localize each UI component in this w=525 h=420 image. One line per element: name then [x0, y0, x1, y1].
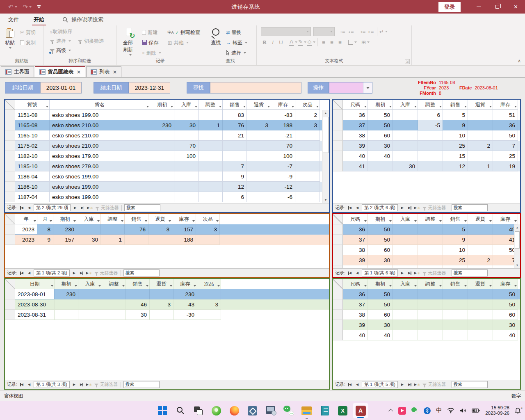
datasheet-search-input[interactable]: 搜索	[123, 269, 160, 276]
cell[interactable]	[468, 245, 493, 255]
cell[interactable]	[150, 110, 174, 120]
select-all-cell[interactable]	[333, 100, 343, 110]
row-selector[interactable]	[333, 289, 343, 299]
cell[interactable]	[55, 310, 78, 320]
find-input[interactable]	[210, 82, 301, 94]
cell[interactable]	[418, 330, 443, 340]
cell[interactable]: esko shoes 199.00	[50, 110, 150, 120]
cell[interactable]: esko shoes 210.00	[50, 130, 150, 141]
cell[interactable]	[199, 130, 223, 141]
column-header-3[interactable]: 入庫	[393, 100, 418, 110]
nav-first-button[interactable]: ◀	[19, 205, 25, 211]
row-selector[interactable]	[5, 130, 15, 141]
cell[interactable]: 36	[343, 289, 368, 299]
scroll-up-icon[interactable]: ▲	[324, 110, 327, 116]
collapse-ribbon-button[interactable]: ∧	[518, 58, 521, 64]
highlight-button[interactable]: ✎	[298, 38, 306, 46]
scrollbar-thumb[interactable]	[323, 117, 329, 153]
filter-arrow-icon[interactable]	[514, 220, 517, 222]
row-selector[interactable]	[333, 235, 343, 245]
excel-button[interactable]: X	[337, 405, 348, 416]
ime-indicator[interactable]: 中	[436, 407, 442, 414]
filter-arrow-icon[interactable]	[414, 285, 417, 287]
no-filter-indicator[interactable]: 无筛选器	[422, 205, 446, 211]
cell[interactable]	[102, 310, 126, 320]
cell[interactable]	[247, 130, 271, 141]
cell[interactable]: 50	[368, 120, 393, 130]
toggle-filter-button[interactable]: 切换筛选	[76, 37, 105, 46]
cell[interactable]: 2	[295, 110, 320, 120]
cell[interactable]: 1185-10	[15, 161, 50, 171]
cell[interactable]: 1186-10	[15, 182, 50, 192]
tray-wechat-icon[interactable]	[411, 407, 418, 414]
cell[interactable]	[468, 299, 493, 310]
gridlines-button[interactable]: ⊞	[361, 38, 370, 46]
cell[interactable]: -21	[271, 130, 295, 141]
cell[interactable]	[199, 182, 223, 192]
column-header-3[interactable]: 期初	[150, 100, 174, 110]
cell[interactable]: esko shoes 210.00	[50, 141, 150, 151]
cell[interactable]: 100	[271, 151, 295, 161]
cell[interactable]: 3	[197, 299, 221, 310]
font-name-combo[interactable]	[261, 27, 311, 36]
wechat-button[interactable]	[283, 405, 294, 416]
nav-next-button[interactable]: ▶	[399, 205, 405, 211]
cell[interactable]	[468, 265, 493, 268]
column-header-5[interactable]: 銷售	[126, 279, 150, 289]
cell[interactable]	[55, 299, 78, 310]
row-selector[interactable]	[333, 255, 343, 265]
filter-arrow-icon[interactable]	[389, 106, 392, 107]
scrollbar-thumb[interactable]	[515, 231, 520, 249]
column-header-5[interactable]: 銷售	[443, 279, 468, 289]
cell[interactable]: 50	[368, 110, 393, 120]
cell[interactable]: esko shoes 179.00	[50, 151, 150, 161]
cell[interactable]: -43	[173, 299, 197, 310]
more-button[interactable]: ⊞其他	[167, 38, 201, 47]
cell[interactable]	[418, 299, 443, 310]
cell[interactable]	[418, 235, 443, 245]
delete-button[interactable]: ×删除	[141, 48, 162, 57]
datasheet-search-input[interactable]: 搜索	[123, 381, 160, 388]
cell[interactable]	[393, 255, 418, 265]
vmware-button[interactable]	[247, 405, 258, 416]
nav-new-record-button[interactable]: ▶∗	[414, 270, 420, 276]
cell[interactable]	[418, 224, 443, 235]
end-date-input[interactable]: 2023-12-31	[129, 82, 170, 94]
filter-arrow-icon[interactable]	[217, 285, 220, 287]
cell[interactable]: 70	[174, 141, 199, 151]
cell[interactable]	[174, 130, 199, 141]
paste-button[interactable]: 粘贴	[2, 27, 17, 58]
cell[interactable]: 25	[443, 141, 468, 151]
select-all-cell[interactable]	[333, 214, 343, 224]
row-selector[interactable]	[5, 151, 15, 161]
scroll-up-icon[interactable]: ▲	[516, 224, 519, 231]
cell[interactable]	[174, 110, 199, 120]
cell[interactable]: -9	[271, 171, 295, 182]
filter-arrow-icon[interactable]	[464, 220, 467, 222]
filter-arrow-icon[interactable]	[414, 106, 417, 107]
cell[interactable]	[150, 192, 174, 202]
cell[interactable]	[295, 130, 320, 141]
cell[interactable]	[393, 141, 418, 151]
cell[interactable]: 50	[493, 299, 518, 310]
start-button[interactable]	[157, 405, 168, 416]
text-format-dialog-launcher[interactable]: ⇲	[405, 59, 410, 64]
nav-last-button[interactable]: ▶	[407, 205, 413, 211]
cell[interactable]	[468, 110, 493, 120]
row-selector[interactable]	[333, 245, 343, 255]
tell-me-search[interactable]: 操作说明搜索	[62, 16, 103, 23]
battery-icon[interactable]	[472, 408, 480, 413]
close-button[interactable]: ×	[507, 0, 525, 14]
cell[interactable]	[393, 289, 418, 299]
cell[interactable]: 7	[493, 141, 518, 151]
row-selector[interactable]	[333, 224, 343, 235]
cell[interactable]: 188	[271, 120, 295, 130]
nav-previous-button[interactable]: ◀	[354, 381, 360, 388]
row-selector[interactable]	[333, 110, 343, 120]
cell[interactable]	[150, 171, 174, 182]
cell[interactable]: 40	[368, 151, 393, 161]
filter-arrow-icon[interactable]	[439, 220, 442, 222]
nav-previous-button[interactable]: ◀	[26, 270, 32, 276]
cell[interactable]	[247, 182, 271, 192]
goto-button[interactable]: →转至	[225, 38, 249, 47]
